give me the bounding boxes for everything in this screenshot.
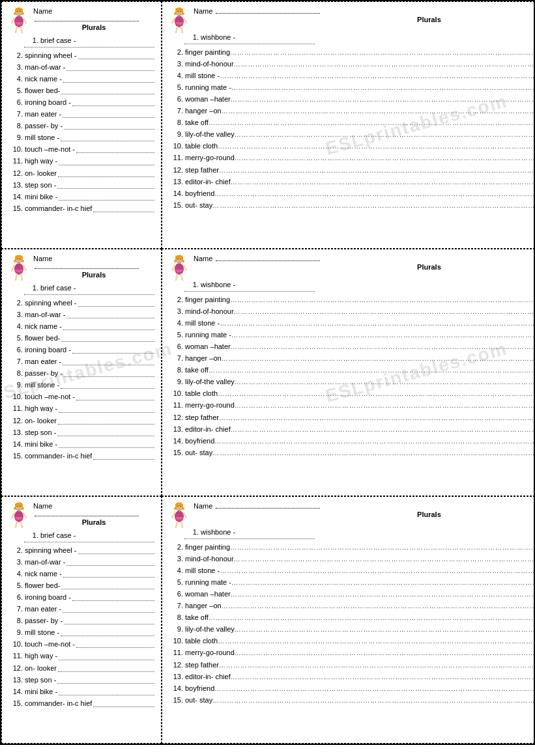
item-number: 12.	[169, 660, 183, 671]
svg-point-68	[17, 506, 18, 507]
quadrant-q3: ESLprintables.com	[1, 249, 162, 496]
list-item: 10.table cloth ……………………………………………………………………	[169, 388, 535, 399]
svg-line-80	[176, 522, 177, 527]
item-text: running mate -	[185, 329, 231, 341]
item-number: 15.	[8, 203, 23, 214]
item-text: on- looker	[25, 168, 57, 179]
item-text: man eater -	[25, 109, 61, 120]
list-item: 3.man-of-war -	[8, 62, 154, 73]
quadrant-header: Name Plurals	[8, 7, 154, 34]
item-number: 4.	[8, 321, 23, 332]
item-text: mini bike -	[25, 686, 57, 697]
answer-dots	[63, 612, 154, 613]
list-item: 5.flower bed-	[8, 85, 154, 96]
answer-dots: ……………………………………………………………………………………………………………	[214, 436, 535, 447]
name-line: Name	[194, 502, 535, 510]
item-text: mill stone -	[25, 380, 59, 391]
answer-dots: ……………………………………………………………………………………………………………	[222, 601, 535, 611]
quadrant-q4: ESLprintables.com	[162, 249, 535, 496]
item-text: lily-of-the valley	[185, 376, 235, 387]
list-item: 1. brief case -	[8, 530, 154, 544]
item-number: 2.	[169, 542, 183, 553]
list-item: 3.mind-of-honour ………………………………………………………………	[169, 306, 535, 317]
answer-dots	[76, 400, 154, 400]
item-number: 8.	[8, 615, 23, 626]
answer-dots: ……………………………………………………………………………………………………………	[209, 365, 535, 376]
item-text: step son -	[25, 675, 56, 686]
items-list: 1. wishbone -2.finger painting …………………………	[169, 279, 535, 458]
item-text: step father	[185, 412, 219, 423]
list-item: 14.mini bike -	[8, 439, 154, 450]
item-text: brief case -	[40, 283, 76, 294]
answer-dots: ……………………………………………………………………………………………………………	[218, 141, 535, 152]
svg-line-24	[176, 27, 177, 33]
list-item: 2.finger painting ……………………………………………………………	[169, 294, 535, 305]
item-text: lily-of-the valley	[185, 129, 235, 140]
item-text: man eater -	[25, 356, 61, 367]
svg-point-82	[177, 506, 179, 507]
svg-point-13	[20, 11, 21, 12]
svg-line-51	[184, 266, 186, 270]
svg-line-10	[16, 27, 17, 33]
list-item: 6.woman –hater ……………………………………………………………………	[169, 94, 535, 105]
item-text: merry-go-round	[185, 400, 235, 411]
list-item: 9.mill stone -	[8, 627, 154, 638]
svg-line-66	[16, 522, 17, 527]
item-number: 3.	[169, 59, 183, 70]
item-text: take off	[185, 117, 209, 128]
item-number: 9.	[169, 376, 183, 387]
item-text: wishbone -	[201, 32, 235, 43]
list-item: 2.finger painting ……………………………………………………………	[169, 542, 535, 553]
girl-icon	[169, 255, 190, 278]
answer-dots: ……………………………………………………………………………………………………………	[212, 448, 535, 458]
answer-dots: ……………………………………………………………………………………………………………	[218, 389, 535, 399]
item-number: 2.	[169, 294, 183, 305]
girl-icon	[8, 7, 29, 31]
item-number: 1.	[24, 530, 38, 541]
list-item: 9.lily-of-the valley ……………………………………………………	[169, 624, 535, 635]
item-text: step son -	[25, 427, 56, 438]
item-number: 14.	[169, 683, 183, 694]
svg-point-5	[22, 12, 24, 15]
item-text: mill stone -	[25, 132, 59, 143]
list-item: 9.mill stone -	[8, 380, 154, 391]
list-item: 7.hanger –on …………………………………………………………………………	[169, 105, 535, 117]
item-number: 13.	[169, 176, 183, 188]
answer-dots	[63, 577, 154, 578]
list-item: 3.man-of-war -	[8, 557, 154, 568]
item-text: high way -	[25, 156, 57, 167]
item-text: hanger –on	[185, 353, 222, 364]
answer-dots: ……………………………………………………………………………………………………………	[235, 648, 535, 658]
answer-dots: ……………………………………………………………………………………………………………	[231, 425, 535, 435]
answer-dots	[61, 141, 154, 141]
quadrant-header: Name Plurals	[169, 255, 535, 278]
svg-line-22	[172, 18, 175, 23]
item-text: mini bike -	[25, 439, 57, 450]
answer-dots	[78, 59, 155, 59]
item-text: touch –me-not -	[25, 144, 75, 155]
item-number: 6.	[169, 589, 183, 600]
list-item: 12.step father ……………………………………………………………………	[169, 165, 535, 176]
name-line: Name	[33, 7, 154, 23]
item-number: 3.	[169, 553, 183, 565]
svg-point-18	[174, 12, 177, 15]
answer-dots: ……………………………………………………………………………………………………………	[231, 94, 535, 105]
item-number: 8.	[169, 365, 183, 376]
svg-point-27	[180, 11, 181, 12]
answer-dots	[66, 70, 154, 71]
answer-dots: ……………………………………………………………………………………………………………	[235, 624, 535, 635]
answer-dots: ……………………………………………………………………………………………………………	[220, 566, 535, 576]
answer-dots	[58, 176, 154, 177]
name-line: Name	[194, 255, 535, 262]
item-number: 12.	[169, 165, 183, 176]
item-number: 11.	[169, 400, 183, 411]
svg-line-67	[21, 522, 22, 527]
svg-point-41	[20, 259, 21, 260]
answer-dots: ……………………………………………………………………………………………………………	[234, 307, 535, 317]
first-item-row: 1. brief case -	[24, 283, 76, 294]
list-item: 5.flower bed-	[8, 580, 154, 591]
answer-dots	[61, 636, 154, 636]
plurals-label: Plurals	[194, 263, 535, 271]
item-number: 10.	[169, 141, 183, 152]
item-text: step father	[185, 660, 219, 671]
